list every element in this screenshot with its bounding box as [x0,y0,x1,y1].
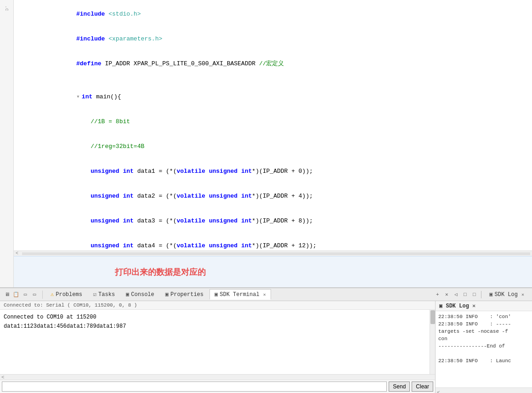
toolbar-icon-1[interactable]: 🖥 [3,290,11,299]
code-h-scrollbar[interactable]: < [14,251,532,256]
tab-sdk-terminal-icon: ▣ [215,291,218,298]
code-line-3: #define IP_ADDR XPAR_PL_PS_LITE_0_S00_AX… [40,51,528,76]
tab-console-icon: ▣ [126,291,129,298]
terminal-h-scrollbar[interactable]: < [0,374,435,380]
minimize-btn[interactable]: ◁ [452,290,460,299]
terminal-header: Connected to: Serial ( COM10, 115200, 0,… [0,301,435,310]
bottom-panel-content: Connected to: Serial ( COM10, 115200, 0,… [0,301,532,393]
sdk-log-content[interactable]: 22:38:50 INFO : 'con' 22:38:50 INFO : --… [436,311,532,387]
code-line-7: //1reg=32bit=4B [40,134,528,159]
sdk-log-line-1: 22:38:50 INFO : 'con' [438,313,529,320]
tab-tasks[interactable]: ☑ Tasks [88,289,120,300]
code-content: #include <stdio.h> #include <xparameters… [14,0,532,287]
tab-problems[interactable]: ⚠ Problems [45,289,87,300]
sdk-log-line-5: ----------------End of [438,342,529,350]
code-line-4 [40,76,528,85]
sdk-log-line-7: 22:38:50 INFO : Launc [438,357,529,365]
terminal-input-field[interactable] [2,382,387,392]
tab-properties[interactable]: ▣ Properties [160,289,209,300]
tab-console-label: Console [131,291,154,298]
h-scrollbar-track[interactable] [8,376,433,379]
send-button[interactable]: Send [389,382,410,392]
terminal-line-1: Connected to COM10 at 115200 [4,313,426,322]
sdk-log-line-4: con [438,335,529,342]
terminal-input-row: Send Clear [0,380,435,393]
code-line-1: #include <stdio.h> [40,2,528,27]
bottom-panel: 🖥 📋 ▭ ▭ ⚠ Problems ☑ Tasks ▣ Console ▣ P… [0,287,532,393]
tab-properties-label: Properties [170,291,204,298]
tab-sdk-terminal-label: SDK Terminal [220,291,259,298]
sdk-log-line-2: 22:38:50 INFO : ----- [438,320,529,328]
code-line-2: #include <xparameters.h> [40,27,528,51]
code-panel: #include <stdio.h> #include <xparameters… [14,0,532,287]
bottom-toolbar-left: 🖥 📋 ▭ ▭ [3,290,43,299]
tab-sdk-log-close[interactable]: ✕ [521,292,524,297]
clear-button[interactable]: Clear [412,382,433,392]
tab-sdk-log-icon: ▣ [489,291,492,298]
code-line-10: unsigned int data3 = (*(volatile unsigne… [40,209,528,234]
terminal-output[interactable]: Connected to COM10 at 115200 data1:1123d… [0,310,435,374]
sdk-log-bottom-scrollbar[interactable]: < [436,387,532,393]
bottom-right-toolbar: + ✕ ◁ □ □ ▣ SDK Log ✕ [433,289,529,300]
sdk-log-icon: ▣ [439,303,442,309]
tab-problems-label: Problems [56,291,82,298]
tab-properties-icon: ▣ [165,291,169,298]
scrollbar-thumb[interactable] [430,310,435,324]
tab-problems-icon: ⚠ [51,291,54,298]
toolbar-icon-4[interactable]: ▭ [30,290,39,299]
annotation-area: 打印出来的数据是对应的 [14,256,532,287]
tab-sdk-terminal-close[interactable]: ✕ [263,292,266,297]
tab-tasks-icon: ☑ [93,291,96,298]
sdk-log-panel: ▣ SDK Log ✕ 22:38:50 INFO : 'con' 22:38:… [436,301,532,393]
terminal-scrollbar[interactable] [430,310,435,374]
toolbar-icon-3[interactable]: ▭ [21,290,29,299]
terminal-panel: Connected to: Serial ( COM10, 115200, 0,… [0,301,436,393]
toolbar-sep [481,291,481,298]
code-line-6: //1B = 8bit [40,109,528,134]
annotation-text: 打印出来的数据是对应的 [115,267,206,278]
bottom-tab-bar: 🖥 📋 ▭ ▭ ⚠ Problems ☑ Tasks ▣ Console ▣ P… [0,288,532,301]
code-lines: #include <stdio.h> #include <xparameters… [37,0,532,287]
tab-sdk-log-label: SDK Log [495,291,518,298]
maximize-btn[interactable]: □ [461,290,469,299]
terminal-line-2: data1:1123data1:456data1:789data1:987 ➜ … [4,322,426,331]
tab-tasks-label: Tasks [98,291,115,298]
tab-sdk-terminal[interactable]: ▣ SDK Terminal ✕ [209,289,271,300]
tab-console[interactable]: ▣ Console [121,289,159,300]
add-tab-btn[interactable]: + [433,290,441,299]
restore-btn[interactable]: □ [470,290,478,299]
sdk-log-title: SDK Log ✕ [446,303,475,309]
toolbar-icon-2[interactable]: 📋 [12,290,20,299]
code-line-5: ▾int main(){ [40,85,528,109]
sdk-log-line-6 [438,350,529,357]
sdk-log-line-3: targets -set -nocase -f [438,328,529,335]
sidebar-label: .c [4,6,9,11]
code-line-8: unsigned int data1 = (*(volatile unsigne… [40,159,528,184]
sidebar-left: .c [0,0,14,287]
sdk-log-header: ▣ SDK Log ✕ [436,301,532,311]
tab-sdk-log[interactable]: ▣ SDK Log ✕ [484,289,529,300]
code-line-9: unsigned int data2 = (*(volatile unsigne… [40,184,528,209]
close-tab-btn[interactable]: ✕ [442,290,451,299]
